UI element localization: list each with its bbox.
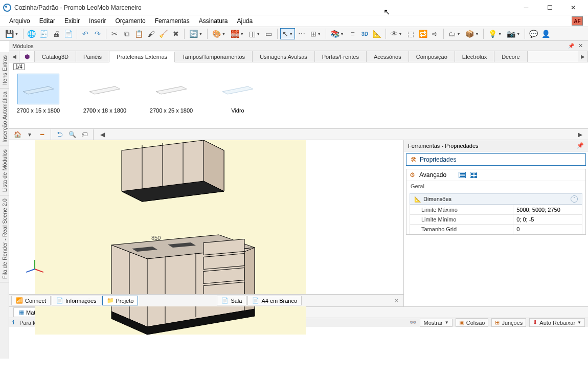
tab-portas[interactable]: Portas/Frentes: [315, 51, 367, 62]
pin-icon[interactable]: 📌: [566, 43, 576, 49]
mini-drop-icon[interactable]: ▾: [25, 130, 35, 139]
doc-set-icon[interactable]: 🗂▼: [446, 28, 462, 39]
palette-icon[interactable]: 🎨▼: [210, 28, 228, 39]
paint-icon[interactable]: 🧹: [158, 28, 169, 39]
status-juncoes[interactable]: ⊞Junções: [491, 318, 526, 327]
cube-icon[interactable]: ⬚: [405, 28, 416, 39]
prop-row-limite-max[interactable]: Limite Máximo5000; 5000; 2750: [410, 205, 582, 215]
collapse-icon[interactable]: ˄: [571, 195, 578, 203]
menu-ferramentas[interactable]: Ferramentas: [151, 16, 194, 26]
thumb-2700x15[interactable]: 2700 x 15 x 1800: [15, 74, 61, 114]
menu-exibir[interactable]: Exibir: [60, 16, 84, 26]
mini-line-icon[interactable]: ━: [37, 130, 47, 139]
globe-icon[interactable]: 🌐: [26, 28, 37, 39]
vp-tab-projeto[interactable]: 📁Projeto: [102, 296, 139, 305]
window-icon[interactable]: ◫▼: [247, 28, 262, 39]
af-badge[interactable]: AF: [572, 16, 583, 26]
thumb-label: 2700 x 25 x 1800: [148, 107, 194, 114]
tab-decore[interactable]: Decore: [494, 51, 527, 62]
tab-catalog3d[interactable]: Catalog3D: [35, 51, 76, 62]
propriedades-button[interactable]: 🛠 Propriedades: [406, 153, 586, 166]
wall-icon[interactable]: 🧱▼: [229, 28, 246, 39]
thumb-2700x25[interactable]: 2700 x 25 x 1800: [148, 74, 194, 114]
user-icon[interactable]: 👤: [540, 28, 551, 39]
thumb-vidro[interactable]: Vidro: [215, 74, 261, 114]
menu-ajuda[interactable]: Ajuda: [233, 16, 257, 26]
status-mostrar[interactable]: Mostrar▼: [420, 319, 452, 327]
delete-icon[interactable]: ✖: [170, 28, 182, 39]
module-tab-prev[interactable]: ◀: [9, 51, 19, 62]
tab-electrolux[interactable]: Electrolux: [455, 51, 494, 62]
refresh-icon[interactable]: 🔄▼: [187, 28, 205, 39]
tab-prateleiras[interactable]: Prateleiras Externas: [109, 52, 175, 62]
rect-icon[interactable]: ▭: [263, 28, 275, 39]
menu-inserir[interactable]: Inserir: [85, 16, 110, 26]
layers-icon[interactable]: 📚▼: [329, 28, 346, 39]
align-icon[interactable]: ≡: [347, 28, 358, 39]
prop-row-grid[interactable]: Tamanho Grid0: [410, 225, 582, 234]
minimize-button[interactable]: ─: [514, 1, 538, 15]
vp-tab-sala[interactable]: 📄Sala: [217, 296, 246, 305]
status-auto-rebaixar[interactable]: ⬇Auto Rebaixar▼: [529, 318, 585, 327]
tab-usinagens[interactable]: Usinagens Avulsas: [253, 51, 315, 62]
panel-close-icon[interactable]: ✕: [576, 42, 585, 49]
measure-icon[interactable]: 📐: [372, 28, 383, 39]
vp-tab-info[interactable]: 📄Informações: [52, 296, 101, 305]
tab-paineis[interactable]: Painéis: [76, 51, 109, 62]
geral-tab[interactable]: Geral: [406, 181, 585, 191]
close-button[interactable]: ✕: [561, 1, 585, 15]
mini-find-icon[interactable]: 🔍: [67, 130, 77, 139]
menu-orcamento[interactable]: Orçamento: [111, 16, 149, 26]
dots-icon[interactable]: ⋯: [296, 28, 307, 39]
goods-icon[interactable]: 🧾: [38, 28, 50, 39]
save-button[interactable]: 💾▼: [3, 28, 20, 39]
maximize-button[interactable]: ☐: [538, 1, 561, 15]
view-list-icon[interactable]: [459, 172, 466, 178]
mini-home-icon[interactable]: 🏠: [12, 130, 22, 139]
mini-back-icon[interactable]: ⮌: [55, 130, 65, 139]
eye-icon[interactable]: 👁▼: [389, 28, 404, 39]
vtab-fila-render[interactable]: Fila de Render - Real Scene 2.0: [0, 195, 9, 282]
brush-icon[interactable]: 🖌: [146, 28, 157, 39]
bulb-icon[interactable]: 💡▼: [486, 28, 504, 39]
chat-icon[interactable]: 💬: [528, 28, 539, 39]
module-catalog-icon[interactable]: ⬢: [19, 51, 35, 62]
vp-tab-connect[interactable]: 📶Connect: [11, 296, 51, 305]
tab-acessorios[interactable]: Acessórios: [367, 51, 409, 62]
mini-scroll-left[interactable]: ◀: [97, 130, 107, 139]
module-tab-next[interactable]: ▶: [578, 51, 588, 62]
3d-icon[interactable]: 3D: [359, 28, 371, 39]
seg-icon[interactable]: ⊞▼: [308, 28, 323, 39]
3d-viewport[interactable]: 850: [9, 140, 404, 306]
mini-scroll-right[interactable]: ▶: [575, 130, 585, 139]
undo-icon[interactable]: ↶: [80, 28, 91, 39]
vp-tab-close[interactable]: ×: [392, 297, 401, 304]
print-icon[interactable]: 🖨: [51, 28, 62, 39]
group-dimensoes[interactable]: 📐 Dimensões ˄: [410, 193, 582, 205]
menu-arquivo[interactable]: Arquivo: [5, 16, 34, 26]
redo-icon[interactable]: ↷: [92, 28, 103, 39]
mini-tag-icon[interactable]: 🏷: [79, 130, 89, 139]
camera-icon[interactable]: 📷▼: [505, 28, 522, 39]
tab-tampos[interactable]: Tampos/Tamponamentos: [175, 51, 253, 62]
thumb-2700x18[interactable]: 2700 x 18 x 1800: [82, 74, 128, 114]
view-grid-icon[interactable]: [470, 172, 477, 178]
props-pin-icon[interactable]: 📌: [577, 142, 584, 149]
tab-composicao[interactable]: Composição: [409, 51, 455, 62]
vtab-insercao[interactable]: Inserção Automática: [0, 88, 9, 146]
rotate-icon[interactable]: 🔁: [417, 28, 428, 39]
status-colisao[interactable]: ▣Colisão: [456, 318, 489, 327]
vp-tab-a4[interactable]: 📄A4 em Branco: [247, 296, 302, 305]
prop-row-limite-min[interactable]: Limite Mínimo0; 0; -5: [410, 215, 582, 225]
box-icon[interactable]: 📦▼: [463, 28, 481, 39]
menu-editar[interactable]: Editar: [35, 16, 59, 26]
move-icon[interactable]: ➪: [429, 28, 441, 39]
copy-icon[interactable]: ⧉: [121, 28, 132, 39]
cut-icon[interactable]: ✂: [109, 28, 120, 39]
menu-assinatura[interactable]: Assinatura: [195, 16, 232, 26]
pointer-icon[interactable]: ↖▼: [280, 28, 295, 39]
vtab-itens-extras[interactable]: Itens Extras: [0, 52, 9, 88]
export-icon[interactable]: 📄: [63, 28, 74, 39]
paste-icon[interactable]: 📋: [133, 28, 145, 39]
vtab-lista-modulos[interactable]: Lista de Módulos: [0, 146, 9, 195]
